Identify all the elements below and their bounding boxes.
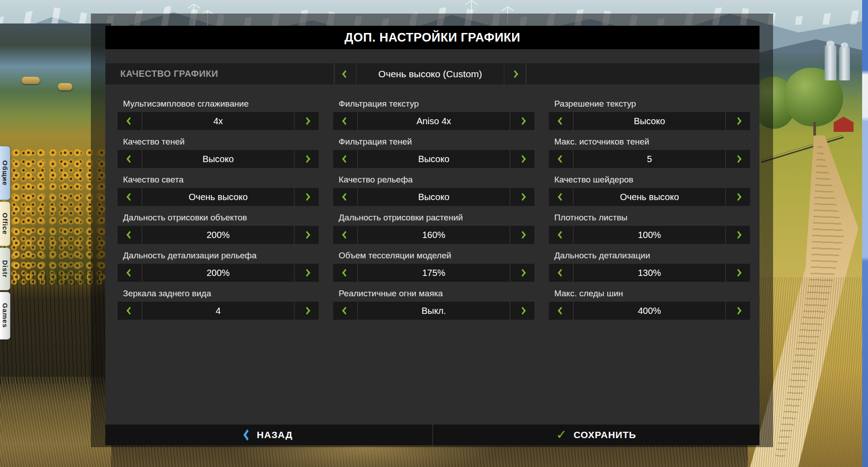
decrease-button[interactable]: [549, 302, 573, 320]
setting-selector: Высоко: [549, 112, 750, 130]
save-check-icon: ✓: [556, 430, 566, 439]
chevron-right-icon: [735, 155, 741, 163]
chevron-left-icon: [557, 193, 564, 201]
chevron-right-icon: [303, 193, 310, 201]
side-tab-games[interactable]: Games: [0, 292, 10, 340]
increase-button[interactable]: [510, 150, 534, 168]
side-tab-distr[interactable]: Distr: [0, 248, 10, 290]
decrease-button[interactable]: [333, 302, 357, 320]
increase-button[interactable]: [726, 112, 750, 130]
decrease-button[interactable]: [118, 264, 142, 282]
side-tab-label: Общие: [1, 160, 9, 186]
chevron-right-icon: [519, 307, 525, 315]
setting-item: Дальность детализации рельефа 200%: [118, 250, 319, 282]
decrease-button[interactable]: [333, 264, 357, 282]
setting-item: Качество света Очень высоко: [118, 174, 319, 206]
chevron-left-icon: [557, 155, 564, 163]
setting-label: Дальность детализации рельефа: [123, 250, 319, 261]
setting-item: Качество теней Высоко: [118, 136, 319, 168]
chevron-left-icon: [557, 117, 564, 125]
increase-button[interactable]: [726, 264, 750, 282]
setting-item: Плотность листвы 100%: [549, 212, 750, 244]
increase-button[interactable]: [510, 112, 534, 130]
decrease-button[interactable]: [118, 150, 142, 168]
increase-button[interactable]: [510, 226, 534, 244]
chevron-left-icon: [126, 307, 132, 315]
decrease-button[interactable]: [118, 188, 142, 206]
setting-value: 400%: [574, 302, 725, 320]
quality-prev-button[interactable]: [335, 63, 356, 84]
chevron-right-icon: [735, 117, 741, 125]
increase-button[interactable]: [726, 226, 750, 244]
decrease-button[interactable]: [118, 226, 142, 244]
decrease-button[interactable]: [333, 226, 357, 244]
back-button-label: НАЗАД: [257, 430, 292, 440]
back-button[interactable]: НАЗАД: [105, 425, 432, 445]
decrease-button[interactable]: [549, 112, 573, 130]
decrease-button[interactable]: [333, 188, 357, 206]
setting-value: 160%: [358, 226, 509, 244]
decrease-button[interactable]: [333, 112, 357, 130]
setting-label: Качество теней: [123, 136, 319, 147]
page-title: ДОП. НАСТРОЙКИ ГРАФИКИ: [344, 31, 520, 45]
chevron-left-icon: [557, 269, 564, 277]
setting-value: Высоко: [142, 150, 294, 168]
chevron-right-icon: [303, 117, 310, 125]
setting-selector: 100%: [549, 226, 750, 244]
setting-item: Объем тесселяции моделей 175%: [333, 250, 534, 282]
setting-value: Высоко: [358, 188, 509, 206]
increase-button[interactable]: [295, 226, 319, 244]
setting-label: Качество света: [123, 174, 319, 185]
increase-button[interactable]: [295, 188, 319, 206]
increase-button[interactable]: [726, 302, 750, 320]
decrease-button[interactable]: [549, 150, 573, 168]
quality-preset-value: Очень высоко (Custom): [357, 63, 504, 84]
chevron-left-icon: [342, 307, 348, 315]
increase-button[interactable]: [295, 302, 319, 320]
chevron-left-icon: [342, 117, 348, 125]
setting-item: Фильтрация теней Высоко: [333, 136, 534, 168]
increase-button[interactable]: [295, 264, 319, 282]
save-button-label: СОХРАНИТЬ: [574, 430, 637, 440]
increase-button[interactable]: [295, 112, 319, 130]
setting-item: Мультисэмпловое сглаживание 4x: [118, 98, 319, 130]
chevron-left-icon: [342, 193, 348, 201]
decrease-button[interactable]: [118, 302, 142, 320]
increase-button[interactable]: [510, 188, 534, 206]
setting-selector: Выкл.: [333, 302, 534, 320]
increase-button[interactable]: [510, 264, 534, 282]
setting-label: Макс. источников теней: [554, 136, 750, 147]
setting-selector: 400%: [549, 302, 750, 320]
setting-label: Дальность отрисовки объектов: [123, 212, 319, 223]
side-tab-office[interactable]: Office: [0, 201, 10, 246]
setting-label: Разрешение текстур: [554, 98, 750, 109]
setting-selector: 200%: [118, 226, 319, 244]
setting-label: Мультисэмпловое сглаживание: [123, 98, 319, 109]
quality-next-button[interactable]: [505, 63, 525, 84]
chevron-right-icon: [512, 70, 518, 78]
chevron-left-icon: [342, 155, 348, 163]
side-tab-obschie[interactable]: Общие: [0, 146, 10, 200]
chevron-right-icon: [735, 193, 741, 201]
setting-value: Aniso 4x: [358, 112, 509, 130]
increase-button[interactable]: [510, 302, 534, 320]
chevron-left-icon: [126, 117, 132, 125]
increase-button[interactable]: [726, 188, 750, 206]
quality-row-spacer: [527, 63, 760, 84]
increase-button[interactable]: [295, 150, 319, 168]
decrease-button[interactable]: [118, 112, 142, 130]
increase-button[interactable]: [726, 150, 750, 168]
decrease-button[interactable]: [333, 150, 357, 168]
setting-selector: Очень высоко: [118, 188, 319, 206]
decrease-button[interactable]: [549, 188, 573, 206]
save-button[interactable]: ✓ СОХРАНИТЬ: [433, 425, 760, 445]
side-tab-label: Games: [1, 303, 9, 328]
graphics-settings-panel: ДОП. НАСТРОЙКИ ГРАФИКИ КАЧЕСТВО ГРАФИКИ …: [91, 14, 773, 447]
setting-selector: Aniso 4x: [333, 112, 534, 130]
chevron-left-icon: [557, 307, 564, 315]
chevron-left-icon: [126, 269, 132, 277]
background-window-edge: [862, 0, 868, 467]
decrease-button[interactable]: [549, 264, 573, 282]
decrease-button[interactable]: [549, 226, 573, 244]
settings-grid: Мультисэмпловое сглаживание 4x Фильтраци…: [118, 98, 750, 320]
